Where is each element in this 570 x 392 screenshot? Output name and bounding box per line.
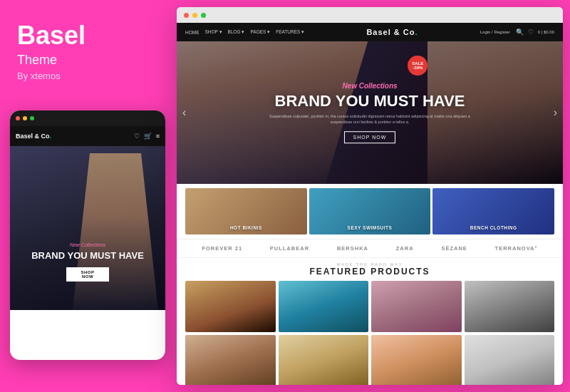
desktop-nav-icons: 🔍 ♡ 0 | $0.00 xyxy=(516,29,554,36)
mobile-shop-now-button[interactable]: SHOP NOW xyxy=(66,267,109,282)
category-bench-clothing[interactable]: BENCH CLOTHING xyxy=(432,188,554,234)
desktop-nav-right: Login / Register 🔍 ♡ 0 | $0.00 xyxy=(480,29,554,36)
mobile-logo: Basel & Co. xyxy=(16,133,51,140)
product-card-5[interactable] xyxy=(185,335,276,385)
nav-link-features[interactable]: FEATURES ▾ xyxy=(276,29,304,35)
product-card-2[interactable] xyxy=(279,281,369,332)
mobile-hero-text: New Collections BRAND YOU MUST HAVE SHOP… xyxy=(17,242,158,282)
mobile-cart-icon: 🛒 xyxy=(144,133,152,140)
brand-sezane: SÉZANE xyxy=(441,245,467,252)
category-label-1: HOT BIKINIS xyxy=(185,225,307,230)
products-grid xyxy=(185,281,554,385)
browser-dot-yellow xyxy=(192,13,197,18)
desktop-browser: HOME SHOP ▾ BLOG ▾ PAGES ▾ FEATURES ▾ Ba… xyxy=(177,7,563,385)
desktop-logo: Basel & Co. xyxy=(366,28,418,36)
brand-bershka: Bershka xyxy=(337,245,368,252)
brand-pullbear: PULL&BEAR xyxy=(270,245,309,252)
desktop-logo-dot: . xyxy=(415,28,418,36)
mobile-top-bar xyxy=(10,110,165,126)
mobile-hero-tagline: BRAND YOU MUST HAVE xyxy=(17,250,158,262)
cart-link[interactable]: 0 | $0.00 xyxy=(538,30,554,34)
desktop-hero: ‹ › SALE -30% New Collections BRAND YOU … xyxy=(177,41,563,184)
mobile-dot-yellow xyxy=(23,116,27,120)
brand-zara: ZARA xyxy=(396,245,414,252)
login-register-link[interactable]: Login / Register xyxy=(480,30,510,34)
category-sexy-swimsuits[interactable]: SEXY SWIMSUITS xyxy=(309,188,431,234)
product-card-8[interactable] xyxy=(465,335,555,385)
sale-percent: -30% xyxy=(413,66,423,70)
hero-next-button[interactable]: › xyxy=(554,106,557,119)
hero-new-collections: New Collections xyxy=(264,82,476,90)
brand-terranova: terranova° xyxy=(495,245,538,252)
desktop-nav-links: HOME SHOP ▾ BLOG ▾ PAGES ▾ FEATURES ▾ xyxy=(185,29,304,35)
product-card-1[interactable] xyxy=(185,281,276,332)
mobile-menu-icon: ≡ xyxy=(156,133,160,140)
wishlist-icon[interactable]: ♡ xyxy=(528,29,534,36)
product-card-3[interactable] xyxy=(371,281,462,332)
hero-content: New Collections BRAND YOU MUST HAVE Susp… xyxy=(264,82,476,143)
mobile-nav-icons: ♡ 🛒 ≡ xyxy=(134,133,160,140)
mobile-mockup: Basel & Co. ♡ 🛒 ≡ New Collections BRAND … xyxy=(10,110,165,360)
product-card-7[interactable] xyxy=(371,335,462,385)
mobile-heart-icon: ♡ xyxy=(134,133,140,140)
featured-header: MADE THE HARD WAY FEATURED PRODUCTS xyxy=(185,262,554,277)
product-card-6[interactable] xyxy=(279,335,369,385)
hero-description: Suspendisse vulputate, porttitor in, tha… xyxy=(264,114,476,125)
browser-dot-red xyxy=(184,13,189,18)
mobile-nav-bar: Basel & Co. ♡ 🛒 ≡ xyxy=(10,126,165,146)
desktop-nav: HOME SHOP ▾ BLOG ▾ PAGES ▾ FEATURES ▾ Ba… xyxy=(177,23,563,41)
search-icon[interactable]: 🔍 xyxy=(516,29,524,36)
mobile-new-collections-label: New Collections xyxy=(17,242,158,247)
category-row: HOT BIKINIS SEXY SWIMSUITS BENCH CLOTHIN… xyxy=(177,184,563,239)
mobile-dot-red xyxy=(16,116,20,120)
category-label-3: BENCH CLOTHING xyxy=(432,225,554,230)
brand-title: Basel xyxy=(17,21,154,50)
brand-subtitle: Theme xyxy=(17,53,154,68)
featured-title: FEATURED PRODUCTS xyxy=(185,267,554,277)
mobile-hero: New Collections BRAND YOU MUST HAVE SHOP… xyxy=(10,146,165,310)
nav-link-shop[interactable]: SHOP ▾ xyxy=(205,29,222,35)
hero-tagline: BRAND YOU MUST HAVE xyxy=(264,93,476,110)
brand-byline: By xtemos xyxy=(17,71,154,81)
category-hot-bikinis[interactable]: HOT BIKINIS xyxy=(185,188,307,234)
nav-link-pages[interactable]: PAGES ▾ xyxy=(250,29,270,35)
featured-section: MADE THE HARD WAY FEATURED PRODUCTS xyxy=(177,258,563,385)
brand-forever21: FOREVER 21 xyxy=(202,245,242,252)
nav-link-blog[interactable]: BLOG ▾ xyxy=(228,29,245,35)
left-panel: Basel Theme By xtemos Basel & Co. ♡ 🛒 ≡ … xyxy=(0,0,171,392)
mobile-dot-green xyxy=(30,116,34,120)
browser-top-bar xyxy=(177,7,563,23)
brands-row: FOREVER 21 PULL&BEAR Bershka ZARA SÉZANE… xyxy=(177,239,563,258)
browser-dot-green xyxy=(201,13,206,18)
hero-shop-button[interactable]: SHOP NOW xyxy=(344,131,396,143)
mobile-logo-accent: . xyxy=(50,133,52,140)
hero-prev-button[interactable]: ‹ xyxy=(182,106,186,119)
nav-link-home[interactable]: HOME xyxy=(185,30,200,35)
product-card-4[interactable] xyxy=(465,281,555,332)
category-label-2: SEXY SWIMSUITS xyxy=(309,225,431,230)
